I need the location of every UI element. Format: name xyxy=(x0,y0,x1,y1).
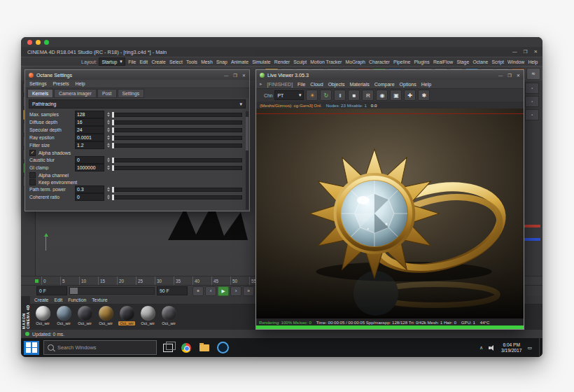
menu-item[interactable]: Animate xyxy=(229,59,250,64)
lv-maximize-button[interactable]: ❐ xyxy=(507,73,512,78)
transport-button[interactable]: » xyxy=(243,286,254,296)
material-tile[interactable]: Oct_wir xyxy=(117,306,136,328)
parameter-value-field[interactable]: 24 xyxy=(75,126,104,134)
menu-item[interactable]: Pipeline xyxy=(391,59,412,64)
material-menu-item[interactable]: Function xyxy=(68,298,86,302)
spinner-icon[interactable] xyxy=(106,112,111,117)
checkbox[interactable] xyxy=(29,150,36,156)
parameter-value-field[interactable]: 1000000 xyxy=(75,164,104,172)
mac-zoom-button[interactable] xyxy=(44,40,49,45)
live-viewer-tool-icon[interactable]: ▣ xyxy=(390,90,402,101)
dialog-minimize-button[interactable]: — xyxy=(224,73,228,78)
menu-item[interactable]: Tools xyxy=(184,59,199,64)
parameter-value-field[interactable]: 1.2 xyxy=(75,141,104,149)
parameter-slider[interactable] xyxy=(113,136,242,140)
parameter-value-field[interactable]: 0 xyxy=(75,156,104,164)
menu-item[interactable]: Snap xyxy=(214,59,229,64)
spinner-icon[interactable] xyxy=(106,195,111,200)
timeline-slider[interactable] xyxy=(69,287,155,295)
spinner-icon[interactable] xyxy=(106,120,111,125)
live-viewer-menu-item[interactable]: Compare xyxy=(374,82,395,87)
menu-item[interactable]: Simulate xyxy=(251,59,273,64)
parameter-slider[interactable] xyxy=(113,158,242,162)
spinner-icon[interactable] xyxy=(106,165,111,170)
checkbox[interactable] xyxy=(29,172,36,178)
dock-tab-icon[interactable]: ▪ xyxy=(525,83,539,94)
menu-item[interactable]: Help xyxy=(526,59,540,64)
parameter-slider[interactable] xyxy=(113,188,242,192)
live-viewer-tool-icon[interactable]: ■ xyxy=(348,90,360,101)
hidden-icons-chevron-icon[interactable]: ∧ xyxy=(479,345,483,351)
live-viewer-titlebar[interactable]: Live Viewer 3.05.3 — ❐ ✕ xyxy=(256,70,524,80)
toolbar-icon[interactable]: ≈ xyxy=(526,68,540,80)
material-menu-item[interactable]: Create xyxy=(34,298,48,302)
spinner-icon[interactable] xyxy=(106,127,111,132)
menu-item[interactable]: Mesh xyxy=(200,59,215,64)
spinner-icon[interactable] xyxy=(106,135,111,140)
live-viewer-menu-item[interactable]: Help xyxy=(421,82,431,87)
material-tile[interactable]: Oct_wir xyxy=(159,306,178,328)
live-viewer-menu-item[interactable]: Materials xyxy=(349,82,369,87)
menu-item[interactable]: RealFlow xyxy=(431,59,455,64)
kernel-type-dropdown[interactable]: Pathtracing ▾ xyxy=(29,99,246,108)
start-button[interactable] xyxy=(24,341,39,355)
parameter-value-field[interactable]: 0.0001 xyxy=(75,134,104,141)
dialog-close-button[interactable]: ✕ xyxy=(242,73,246,78)
menu-item[interactable]: Octane xyxy=(471,59,490,64)
live-viewer-menu-item[interactable]: Objects xyxy=(328,82,345,87)
octane-tab[interactable]: Camera imager xyxy=(54,89,97,98)
transport-button[interactable]: « xyxy=(192,286,204,296)
material-tile[interactable]: Oct_wir xyxy=(138,306,158,328)
render-preview-area[interactable] xyxy=(256,108,524,318)
menu-item[interactable]: Window xyxy=(505,59,526,64)
lv-minimize-button[interactable]: — xyxy=(498,73,503,78)
taskbar-clock[interactable]: 6:04 PM 3/19/2017 xyxy=(501,342,522,354)
menu-item[interactable]: Create xyxy=(150,59,168,64)
material-menu-item[interactable]: Texture xyxy=(92,298,107,302)
octane-dialog-titlebar[interactable]: Octane Settings — ❐ ✕ xyxy=(25,70,249,80)
menu-item[interactable]: File xyxy=(127,59,138,64)
mac-minimize-button[interactable] xyxy=(36,40,41,45)
show-desktop-button[interactable] xyxy=(539,338,542,357)
octane-app-button[interactable] xyxy=(216,341,230,355)
parameter-slider[interactable] xyxy=(113,144,242,148)
spinner-icon[interactable] xyxy=(106,143,111,148)
parameter-value-field[interactable]: 128 xyxy=(75,111,104,118)
material-tile[interactable]: Oct_wir xyxy=(33,306,52,328)
parameter-value-field[interactable]: 0 xyxy=(75,193,104,201)
material-menu-item[interactable]: Edit xyxy=(54,298,62,302)
live-viewer-tool-icon[interactable]: R xyxy=(362,90,374,101)
spinner-icon[interactable] xyxy=(106,158,111,162)
menu-item[interactable]: Character xyxy=(367,59,391,64)
dock-tab-icon[interactable]: ▪ xyxy=(525,109,539,120)
menu-item[interactable]: Render xyxy=(272,59,291,64)
octane-menu-item[interactable]: Settings xyxy=(29,81,47,86)
live-viewer-tool-icon[interactable]: ↻ xyxy=(320,90,332,101)
menu-item[interactable]: Motion Tracker xyxy=(309,59,344,64)
transport-button[interactable]: ‹ xyxy=(205,286,216,296)
mac-close-button[interactable] xyxy=(27,40,32,45)
menu-item[interactable]: Select xyxy=(167,59,184,64)
parameter-slider[interactable] xyxy=(113,166,242,170)
lv-close-button[interactable]: ✕ xyxy=(517,73,520,78)
task-view-button[interactable] xyxy=(161,341,175,355)
menu-item[interactable]: MoGraph xyxy=(344,59,368,64)
live-viewer-menu-item[interactable]: Options xyxy=(400,82,416,87)
dialog-maximize-button[interactable]: ❐ xyxy=(233,73,237,78)
parameter-slider[interactable] xyxy=(113,128,242,132)
minimize-button[interactable]: — xyxy=(512,49,517,55)
timeline-handle[interactable] xyxy=(70,288,78,294)
octane-tab[interactable]: Settings xyxy=(118,89,145,98)
parameter-slider[interactable] xyxy=(113,195,242,200)
octane-menu-item[interactable]: Help xyxy=(76,81,85,86)
live-viewer-tool-icon[interactable]: ◉ xyxy=(376,90,388,101)
menu-item[interactable]: Plugins xyxy=(412,59,431,64)
close-button[interactable]: ✕ xyxy=(533,49,538,55)
live-viewer-menu-item[interactable]: File xyxy=(298,82,305,87)
live-viewer-tool-icon[interactable]: ✚ xyxy=(404,90,416,101)
action-center-icon[interactable]: ▭ xyxy=(527,345,532,351)
menu-item[interactable]: Stage xyxy=(455,59,471,64)
parameter-slider[interactable] xyxy=(113,120,242,125)
material-tile[interactable]: Oct_wir xyxy=(75,306,94,328)
live-viewer-tool-icon[interactable]: ☀ xyxy=(306,90,318,101)
